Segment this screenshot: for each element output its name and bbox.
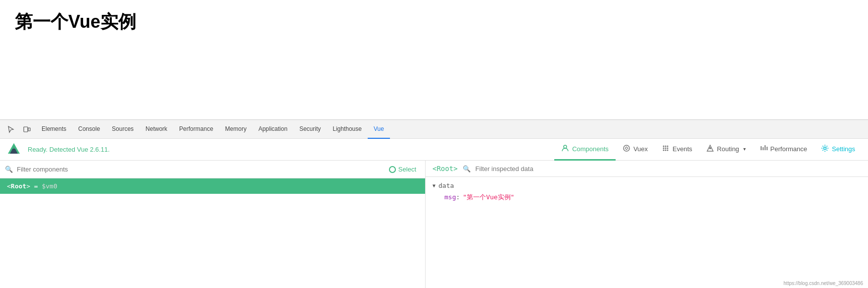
page-title: 第一个Vue实例 bbox=[15, 10, 853, 34]
page-content: 第一个Vue实例 bbox=[0, 0, 868, 114]
